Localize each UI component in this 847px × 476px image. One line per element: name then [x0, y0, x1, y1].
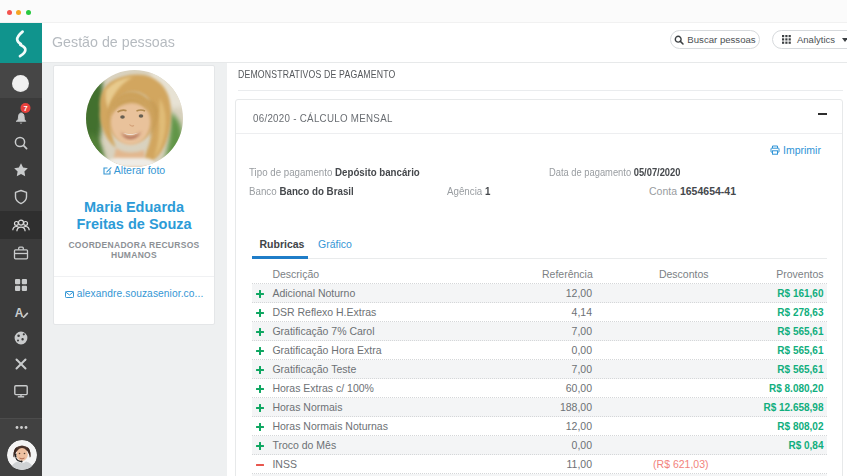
svg-text:7: 7 [23, 104, 27, 113]
svg-text:A: A [15, 306, 24, 320]
